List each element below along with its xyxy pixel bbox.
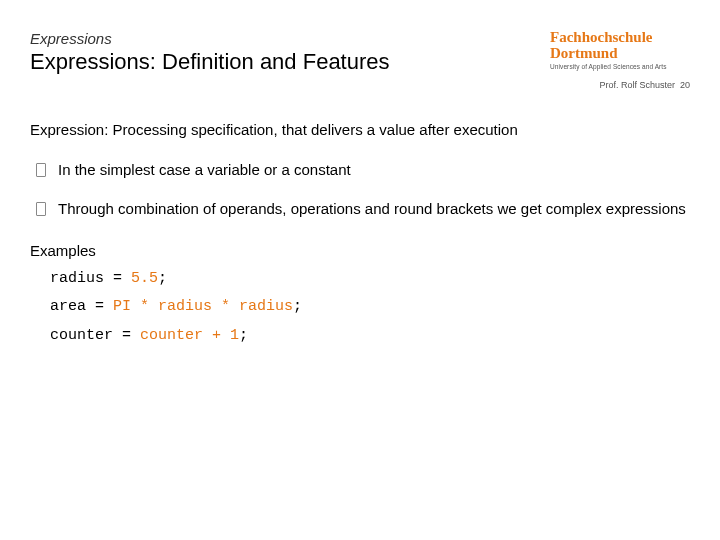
slide-header: Expressions Expressions: Definition and … [30, 30, 690, 75]
code-text: ; [239, 327, 248, 344]
code-text: area = [50, 298, 113, 315]
logo-line-2: Dortmund [550, 46, 690, 62]
definition-text: Expression: Processing specification, th… [30, 120, 690, 140]
code-highlight: 5.5 [131, 270, 158, 287]
bullet-list: In the simplest case a variable or a con… [30, 160, 690, 219]
title-block: Expressions Expressions: Definition and … [30, 30, 530, 75]
breadcrumb: Expressions [30, 30, 530, 47]
list-item: Through combination of operands, operati… [30, 199, 690, 219]
examples-heading: Examples [30, 241, 690, 261]
logo-subtitle: University of Applied Sciences and Arts [550, 63, 690, 70]
code-text: ; [158, 270, 167, 287]
list-item: In the simplest case a variable or a con… [30, 160, 690, 180]
slide-content: Expression: Processing specification, th… [30, 120, 690, 346]
code-line: counter = counter + 1; [50, 326, 690, 346]
author-name: Prof. Rolf Schuster [599, 80, 675, 90]
page-number: 20 [680, 80, 690, 90]
page-title: Expressions: Definition and Features [30, 49, 530, 75]
code-text: radius = [50, 270, 131, 287]
code-line: radius = 5.5; [50, 269, 690, 289]
code-text: ; [293, 298, 302, 315]
code-highlight: counter + 1 [140, 327, 239, 344]
code-highlight: PI * radius * radius [113, 298, 293, 315]
code-block: radius = 5.5; area = PI * radius * radiu… [30, 269, 690, 346]
code-line: area = PI * radius * radius; [50, 297, 690, 317]
code-text: counter = [50, 327, 140, 344]
logo-line-1: Fachhochschule [550, 30, 690, 46]
institution-logo: Fachhochschule Dortmund University of Ap… [550, 30, 690, 70]
slide-meta: Prof. Rolf Schuster 20 [599, 80, 690, 90]
